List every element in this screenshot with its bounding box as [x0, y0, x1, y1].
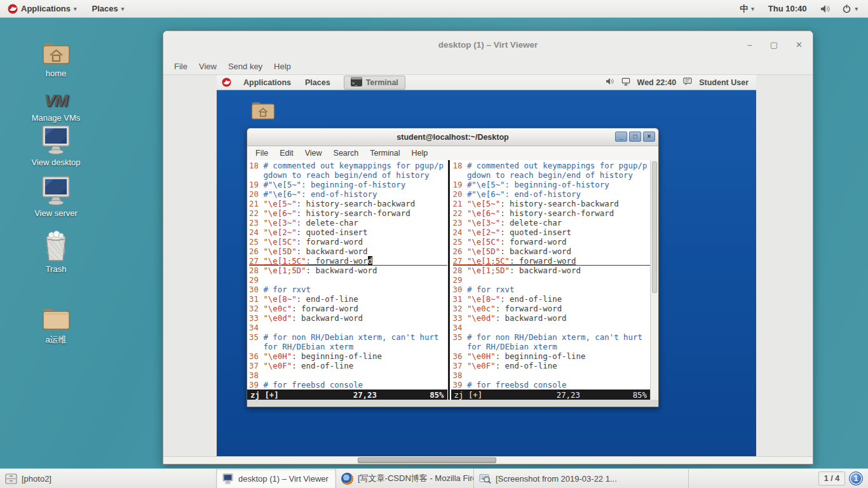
applications-menu[interactable]: Applications ▾	[0, 0, 85, 17]
terminal-menu-help[interactable]: Help	[405, 149, 433, 158]
virt-viewer-menu-help[interactable]: Help	[268, 62, 297, 71]
screen: Applications ▾ Places ▾ 中 ▾ Thu 10:40	[0, 0, 868, 488]
terminal-scrollbar[interactable]	[650, 160, 658, 400]
vim-line: 36 "\e0H": beginning-of-line	[453, 351, 651, 361]
virt-viewer-menu-view[interactable]: View	[193, 62, 222, 71]
vim-statusline: zj [+]27,2385%	[451, 390, 651, 400]
vim-line: 32 "\e0c": forward-word	[453, 304, 651, 313]
input-method-label: 中	[740, 3, 748, 15]
vim-line: 34	[453, 323, 651, 332]
inner-places-menu[interactable]: Places	[298, 75, 337, 90]
vim-cursor-line: 27 "\e[1;5C": forward-word	[453, 256, 651, 266]
vim-line: 25 "\e[5C": forward-word	[453, 237, 651, 247]
terminal-menu-view[interactable]: View	[299, 149, 328, 158]
svg-text:>_: >_	[352, 81, 358, 86]
virt-viewer-menu-send-key[interactable]: Send key	[222, 62, 268, 71]
vim-line: 35 # for non RH/Debian xterm, can't hurt	[453, 332, 651, 342]
vim-line: 26 "\e[5D": backward-word	[249, 247, 447, 256]
inner-speaker-icon[interactable]	[606, 78, 614, 87]
taskbar-item-2[interactable]: desktop (1) – Virt Viewer	[217, 469, 336, 488]
vim-vertical-split-separator[interactable]	[448, 160, 450, 400]
vim-line: 18 # commented out keymappings for pgup/…	[453, 161, 651, 170]
clock[interactable]: Thu 10:40	[762, 4, 813, 13]
vim-line: 28 "\e[1;5D": backward-word	[453, 266, 651, 275]
vim-line: 30 # for rxvt	[249, 285, 447, 294]
desktop-icon-trash[interactable]: Trash	[23, 229, 89, 274]
chat-icon[interactable]	[683, 78, 692, 88]
maximize-button[interactable]: ▢	[770, 41, 778, 49]
vim-line: 20 #"\e[6~": end-of-history	[453, 189, 651, 199]
vim-line: 31 "\e[8~": end-of-line	[453, 294, 651, 304]
virt-viewer-content: Applications Places >_ Terminal	[163, 75, 813, 464]
terminal-window: student@localhost:~/Desktop _ □ × FileEd…	[247, 128, 659, 407]
close-button[interactable]: ✕	[796, 41, 803, 49]
vim-line: 22 "\e[6~": history-search-forward	[249, 208, 447, 218]
vim-pane-left[interactable]: 18 # commented out keymappings for pgup/…	[247, 160, 447, 400]
monitor-icon	[23, 173, 89, 206]
power-menu[interactable]: ▾	[838, 4, 862, 13]
terminal-menu-terminal[interactable]: Terminal	[364, 149, 405, 158]
vim-line: 34	[249, 323, 447, 332]
window-list-terminal-button[interactable]: >_ Terminal	[344, 76, 405, 90]
taskbar-right: 1 / 4 1	[818, 469, 868, 488]
terminal-menu-search[interactable]: Search	[328, 149, 365, 158]
input-method-indicator[interactable]: 中 ▾	[735, 3, 759, 15]
vim-line: 35 # for non RH/Debian xterm, can't hurt	[249, 332, 447, 342]
home-folder-icon	[23, 33, 89, 66]
virt-viewer-titlebar[interactable]: desktop (1) – Virt Viewer ‒ ▢ ✕	[163, 31, 813, 58]
vim-cursor: d	[368, 256, 372, 266]
terminal-window-controls: _ □ ×	[615, 132, 655, 142]
desktop-icon-manage-vms[interactable]: VMManage VMs	[23, 78, 89, 123]
desktop-icon-view-desktop[interactable]: View desktop	[23, 122, 89, 167]
vim-line: 39 # for freebsd console	[453, 380, 651, 390]
chevron-down-icon: ▾	[751, 6, 754, 12]
vim-line: 33 "\e0d": backward-word	[249, 313, 447, 323]
taskbar-item-label: [写文章-CSDN博客 - Mozilla Firef...	[358, 473, 474, 484]
desktop-icon-view-server[interactable]: View server	[23, 173, 89, 218]
taskbar-item-4[interactable]: [Screenshot from 2019-03-22 1...	[474, 469, 689, 488]
vim-line: 22 "\e[6~": history-search-forward	[453, 208, 651, 218]
network-icon[interactable]	[621, 78, 630, 88]
minimize-button[interactable]: ‒	[748, 41, 752, 49]
vim-line: 33 "\e0d": backward-word	[453, 313, 651, 323]
terminal-menu-edit[interactable]: Edit	[274, 149, 299, 158]
virt-viewer-hscrollbar[interactable]	[163, 456, 813, 464]
desktop-icon-label: Manage VMs	[23, 113, 89, 123]
inner-clock[interactable]: Wed 22:40	[637, 78, 677, 87]
taskbar-item-3[interactable]: [写文章-CSDN博客 - Mozilla Firef...	[336, 469, 474, 488]
vim-line: 25 "\e[5C": forward-word	[249, 237, 447, 247]
chevron-down-icon: ▾	[74, 6, 77, 12]
places-menu[interactable]: Places ▾	[85, 0, 132, 17]
monitor-icon	[23, 122, 89, 155]
desktop-icon-home[interactable]: home	[23, 33, 89, 78]
desktop-icon-a-yunwei[interactable]: a运维	[23, 299, 89, 346]
power-icon	[842, 4, 851, 13]
terminal-scrollbar-thumb[interactable]	[652, 161, 657, 293]
terminal-menu-file[interactable]: File	[250, 149, 274, 158]
outer-top-panel: Applications ▾ Places ▾ 中 ▾ Thu 10:40	[0, 0, 868, 18]
vim-line: gdown to reach begin/end of history	[453, 170, 651, 180]
inner-home-folder-icon[interactable]	[250, 99, 276, 123]
vim-line: 19 #"\e[5~": beginning-of-history	[249, 180, 447, 189]
taskbar-items: [photo2]desktop (1) – Virt Viewer[写文章-CS…	[0, 469, 689, 488]
remote-display[interactable]: Applications Places >_ Terminal	[217, 75, 756, 456]
virt-viewer-window: desktop (1) – Virt Viewer ‒ ▢ ✕ FileView…	[163, 30, 813, 464]
terminal-maximize-button[interactable]: □	[629, 132, 641, 142]
virt-viewer-hscrollbar-thumb[interactable]	[358, 458, 496, 463]
terminal-titlebar[interactable]: student@localhost:~/Desktop _ □ ×	[247, 128, 658, 146]
chevron-down-icon: ▾	[121, 6, 125, 12]
workspace-badge[interactable]: 1	[849, 471, 863, 485]
terminal-minimize-button[interactable]: _	[615, 132, 627, 142]
virt-viewer-menu-file[interactable]: File	[168, 62, 193, 71]
vim-pane-right[interactable]: 18 # commented out keymappings for pgup/…	[451, 160, 651, 400]
inner-status-area: Wed 22:40 Student User	[606, 78, 756, 88]
vim-line: 37 "\e0F": end-of-line	[453, 361, 651, 370]
taskbar-item-1[interactable]: [photo2]	[0, 469, 217, 488]
volume-button[interactable]	[815, 4, 836, 13]
terminal-close-button[interactable]: ×	[643, 132, 655, 142]
vim-cursor-line: 27 "\e[1;5C": forward-word	[249, 256, 447, 266]
inner-applications-menu[interactable]: Applications	[236, 75, 298, 90]
workspace-pager[interactable]: 1 / 4	[818, 471, 845, 485]
virt-icon	[222, 473, 234, 484]
user-menu[interactable]: Student User	[699, 78, 749, 87]
